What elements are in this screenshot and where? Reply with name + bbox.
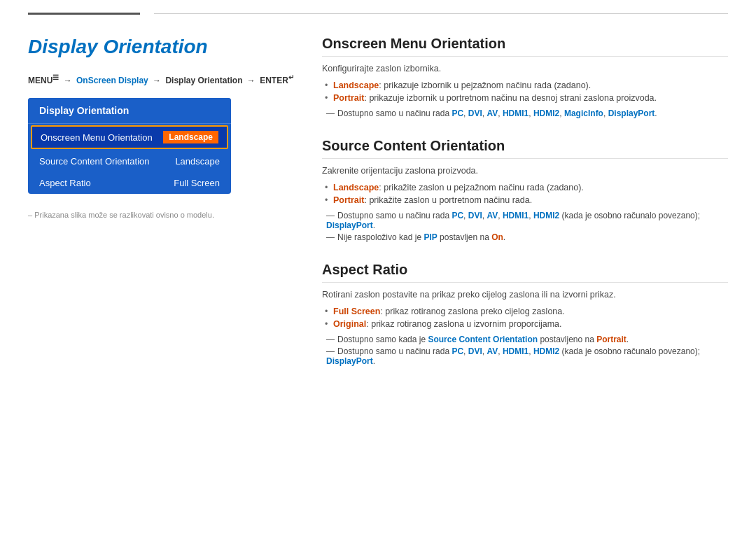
source-bullets: Landscape: prikažite zaslon u pejzažnom … [322, 181, 728, 206]
section-aspect-desc: Rotirani zaslon postavite na prikaz prek… [322, 290, 728, 300]
aspect-bullet-fullscreen: Full Screen: prikaz rotiranog zaslona pr… [322, 305, 728, 318]
menu-box: Display Orientation Onscreen Menu Orient… [28, 98, 231, 194]
section-source-desc: Zakrenite orijentaciju zaslona proizvoda… [322, 166, 728, 176]
source-bullet-landscape: Landscape: prikažite zaslon u pejzažnom … [322, 181, 728, 194]
source-note-2: Nije raspoloživo kad je PIP postavljen n… [322, 232, 728, 242]
breadcrumb: MENU☰ → OnScreen Display → Display Orien… [28, 73, 294, 85]
menu-item-source-value: Landscape [175, 156, 220, 167]
onscreen-bullets: Landscape: prikazuje izbornik u pejzažno… [322, 79, 728, 104]
left-column: Display Orientation MENU☰ → OnScreen Dis… [28, 36, 294, 386]
menu-item-aspect-value: Full Screen [174, 178, 220, 188]
footnote: Prikazana slika može se razlikovati ovis… [28, 211, 294, 219]
section-aspect: Aspect Ratio Rotirani zaslon postavite n… [322, 262, 728, 366]
menu-item-onscreen[interactable]: Onscreen Menu Orientation Landscape [31, 125, 228, 149]
portrait-label: Portrait [333, 93, 364, 103]
menu-item-onscreen-label: Onscreen Menu Orientation [41, 132, 153, 143]
breadcrumb-enter: ENTER↵ [260, 76, 294, 85]
aspect-note-1: Dostupno samo kada je Source Content Ori… [322, 335, 728, 344]
section-onscreen-title: Onscreen Menu Orientation [322, 36, 728, 57]
page-title: Display Orientation [28, 36, 294, 58]
section-onscreen-desc: Konfigurirajte zaslon izbornika. [322, 64, 728, 73]
menu-item-source-label: Source Content Orientation [39, 156, 150, 167]
aspect-bullet-original: Original: prikaz rotiranog zaslona u izv… [322, 318, 728, 330]
bullet-portrait: Portrait: prikazuje izbornik u portretno… [322, 92, 728, 104]
section-source-title: Source Content Orientation [322, 138, 728, 159]
arrow-2: → [153, 76, 163, 85]
original-label: Original [333, 319, 366, 329]
top-bar [0, 0, 756, 15]
menu-box-title: Display Orientation [28, 98, 231, 124]
menu-item-onscreen-value: Landscape [163, 131, 218, 143]
source-note-1: Dostupno samo u načinu rada PC, DVI, AV,… [322, 211, 728, 230]
menu-label: MENU☰ [28, 76, 59, 85]
source-portrait-label: Portrait [333, 195, 364, 205]
source-landscape-label: Landscape [333, 183, 379, 192]
section-onscreen: Onscreen Menu Orientation Konfigurirajte… [322, 36, 728, 118]
onscreen-note: Dostupno samo u načinu rada PC, DVI, AV,… [322, 108, 728, 118]
menu-item-aspect-label: Aspect Ratio [39, 178, 91, 188]
right-column: Onscreen Menu Orientation Konfigurirajte… [322, 36, 728, 386]
landscape-label: Landscape [333, 80, 379, 90]
top-bar-line-right [154, 13, 728, 14]
fullscreen-label: Full Screen [333, 307, 380, 316]
breadcrumb-onscreen: OnScreen Display [76, 76, 148, 85]
aspect-note-2: Dostupno samo u načinu rada PC, DVI, AV,… [322, 346, 728, 366]
breadcrumb-display-orientation: Display Orientation [165, 76, 242, 85]
arrow-1: → [64, 76, 74, 85]
main-content: Display Orientation MENU☰ → OnScreen Dis… [0, 15, 756, 414]
arrow-3: → [247, 76, 258, 85]
section-aspect-title: Aspect Ratio [322, 262, 728, 283]
section-source: Source Content Orientation Zakrenite ori… [322, 138, 728, 242]
aspect-bullets: Full Screen: prikaz rotiranog zaslona pr… [322, 305, 728, 330]
menu-item-source[interactable]: Source Content Orientation Landscape [28, 150, 231, 172]
source-bullet-portrait: Portrait: prikažite zaslon u portretnom … [322, 194, 728, 206]
bullet-landscape: Landscape: prikazuje izbornik u pejzažno… [322, 79, 728, 92]
menu-item-aspect[interactable]: Aspect Ratio Full Screen [28, 172, 231, 194]
top-bar-line-left [28, 13, 140, 15]
